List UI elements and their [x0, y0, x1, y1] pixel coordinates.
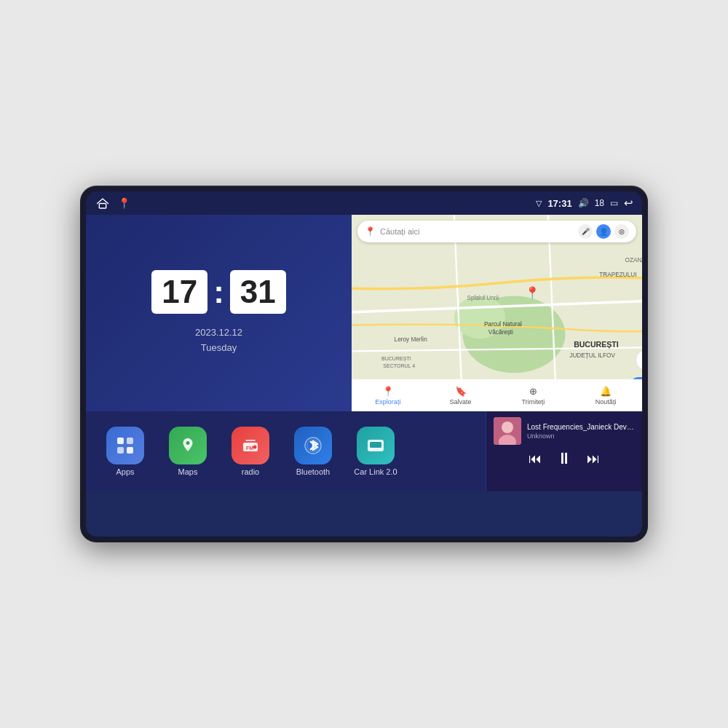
clock-hours: 17 [151, 270, 207, 314]
svg-text:Văcărești: Văcărești [488, 329, 513, 336]
svg-point-28 [186, 441, 190, 445]
main-content: 17 : 31 2023.12.12 Tuesday 📍 Căutați aic… [86, 215, 642, 537]
svg-text:BUCUREȘTI: BUCUREȘTI [574, 340, 619, 349]
app-item-apps[interactable]: Apps [97, 427, 154, 476]
svg-text:Leroy Merlin: Leroy Merlin [395, 336, 428, 343]
apps-label: Apps [116, 467, 134, 476]
app-item-maps[interactable]: Maps [159, 427, 216, 476]
radio-label: radio [242, 467, 259, 476]
status-right: ▽ 17:31 🔊 18 ▭ ↩ [536, 197, 633, 210]
status-left: 📍 [95, 197, 130, 210]
svg-text:JUDEȚUL ILFOV: JUDEȚUL ILFOV [569, 352, 615, 359]
maps-label: Maps [178, 467, 198, 476]
carlink-icon [357, 427, 395, 464]
car-display-device: 📍 ▽ 17:31 🔊 18 ▭ ↩ 17 : [80, 186, 648, 542]
svg-text:⊕: ⊕ [641, 355, 642, 366]
apps-row: Apps Maps [86, 411, 486, 491]
svg-point-36 [370, 448, 373, 451]
back-button[interactable]: ↩ [624, 197, 633, 210]
map-nav-share-label: Trimiteți [522, 398, 545, 405]
map-nav-share[interactable]: ⊕ Trimiteți [497, 386, 570, 405]
svg-point-39 [502, 422, 513, 433]
svg-point-37 [379, 448, 381, 451]
home-button[interactable] [95, 197, 111, 210]
map-nav-explore-label: Explorați [375, 398, 400, 405]
svg-point-31 [253, 446, 257, 449]
radio-icon: FM [232, 427, 269, 464]
bluetooth-label: Bluetooth [296, 467, 330, 476]
svg-rect-26 [117, 447, 124, 454]
map-nav-news[interactable]: 🔔 Noutăți [569, 386, 642, 405]
svg-text:BUCUREȘTI: BUCUREȘTI [381, 356, 411, 362]
status-bar: 📍 ▽ 17:31 🔊 18 ▭ ↩ [86, 191, 642, 215]
music-artist: Unknown [527, 432, 635, 440]
clock-date: 2023.12.12 Tuesday [195, 325, 242, 356]
svg-text:TRAPEZULUI: TRAPEZULUI [599, 272, 636, 278]
svg-text:OZANA: OZANA [625, 257, 642, 264]
carlink-label: Car Link 2.0 [354, 467, 397, 476]
svg-rect-25 [127, 438, 133, 444]
map-widget[interactable]: 📍 Căutați aici 🎤 👤 ◎ [352, 215, 642, 411]
clock-widget: 17 : 31 2023.12.12 Tuesday [86, 215, 352, 411]
volume-icon: 🔊 [578, 198, 589, 208]
next-button[interactable]: ⏭ [587, 452, 600, 465]
news-icon: 🔔 [600, 386, 612, 397]
map-nav-explore[interactable]: 📍 Explorați [352, 386, 424, 405]
device-screen: 📍 ▽ 17:31 🔊 18 ▭ ↩ 17 : [86, 191, 642, 537]
music-info-row: Lost Frequencies_Janieck Devy-... Unknow… [494, 417, 635, 445]
map-nav-saved[interactable]: 🔖 Salvate [424, 386, 497, 405]
svg-rect-0 [99, 203, 106, 208]
svg-text:SECTORUL 4: SECTORUL 4 [383, 363, 415, 368]
map-nav-news-label: Noutăți [596, 398, 617, 405]
music-title: Lost Frequencies_Janieck Devy-... [527, 423, 635, 431]
saved-icon: 🔖 [455, 386, 467, 397]
maps-icon [169, 427, 207, 464]
clock-minutes: 31 [230, 270, 286, 314]
svg-text:FM: FM [246, 446, 253, 451]
app-item-bluetooth[interactable]: Bluetooth [285, 427, 341, 476]
map-search-actions: 🎤 👤 ◎ [578, 224, 629, 239]
app-item-radio[interactable]: FM radio [222, 427, 279, 476]
map-search-placeholder[interactable]: Căutați aici [380, 227, 574, 236]
apps-icon [106, 427, 144, 464]
music-widget: Lost Frequencies_Janieck Devy-... Unknow… [486, 411, 642, 491]
battery-level: 18 [595, 198, 604, 208]
map-bottom-nav: 📍 Explorați 🔖 Salvate ⊕ Trimiteți 🔔 [352, 379, 642, 411]
svg-text:📍: 📍 [525, 285, 540, 301]
previous-button[interactable]: ⏮ [529, 452, 542, 465]
svg-rect-35 [370, 442, 381, 448]
music-text-info: Lost Frequencies_Janieck Devy-... Unknow… [527, 423, 635, 440]
app-item-carlink[interactable]: Car Link 2.0 [347, 427, 404, 476]
account-button[interactable]: 👤 [596, 224, 611, 239]
bluetooth-icon [294, 427, 332, 464]
play-pause-button[interactable]: ⏸ [556, 451, 572, 467]
svg-rect-27 [127, 447, 133, 454]
music-controls: ⏮ ⏸ ⏭ [494, 451, 635, 467]
bottom-section: Apps Maps [86, 411, 642, 491]
maps-shortcut-icon[interactable]: 📍 [118, 197, 130, 209]
map-pin-icon: 📍 [365, 226, 376, 237]
layers-button[interactable]: ◎ [614, 224, 629, 239]
share-icon: ⊕ [529, 386, 537, 397]
signal-icon: ▽ [536, 199, 542, 208]
svg-rect-24 [117, 438, 124, 444]
music-album-art [494, 417, 521, 445]
svg-text:Splaiul Unrii: Splaiul Unrii [467, 295, 499, 301]
clock-display: 17 : 31 [151, 270, 286, 314]
map-nav-saved-label: Salvate [450, 398, 472, 405]
clock-colon: : [213, 276, 224, 308]
status-time: 17:31 [547, 198, 571, 209]
map-search-bar[interactable]: 📍 Căutați aici 🎤 👤 ◎ [357, 221, 636, 242]
svg-text:Parcul Natural: Parcul Natural [484, 321, 522, 328]
voice-search-button[interactable]: 🎤 [578, 224, 593, 239]
explore-icon: 📍 [382, 386, 394, 397]
battery-icon: ▭ [610, 198, 618, 208]
top-section: 17 : 31 2023.12.12 Tuesday 📍 Căutați aic… [86, 215, 642, 411]
